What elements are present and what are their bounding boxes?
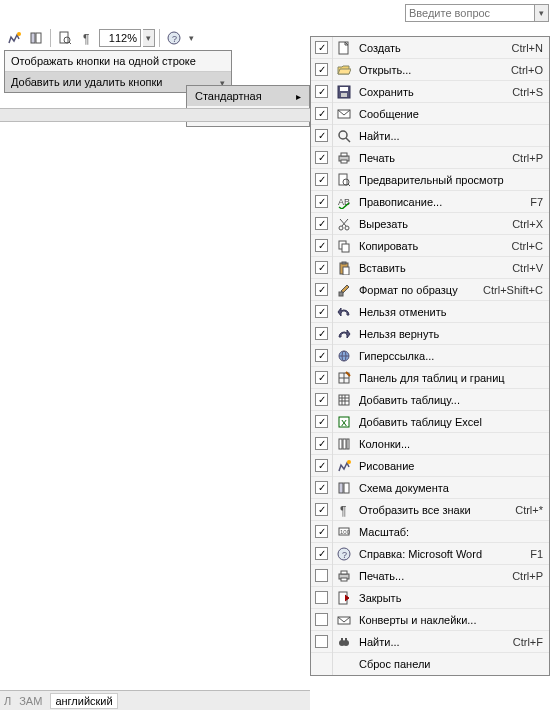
checkbox-cell[interactable] (311, 147, 333, 169)
menu-item-excel[interactable]: Добавить таблицу Excel (311, 411, 549, 433)
checkbox[interactable] (315, 635, 328, 648)
menu-item-spell[interactable]: Правописание...F7 (311, 191, 549, 213)
help-button[interactable] (164, 28, 184, 48)
checkbox-cell[interactable] (311, 301, 333, 323)
menu-item-print[interactable]: Печать...Ctrl+P (311, 565, 549, 587)
checkbox[interactable] (315, 173, 328, 186)
checkbox[interactable] (315, 415, 328, 428)
menu-item-envelope[interactable]: Конверты и наклейки... (311, 609, 549, 631)
checkbox[interactable] (315, 85, 328, 98)
menu-item-cut[interactable]: ВырезатьCtrl+X (311, 213, 549, 235)
checkbox[interactable] (315, 107, 328, 120)
menu-item-open[interactable]: Открыть...Ctrl+O (311, 59, 549, 81)
menu-item-docmap[interactable]: Схема документа (311, 477, 549, 499)
submenu-standard[interactable]: Стандартная (187, 86, 309, 106)
menu-item-zoom[interactable]: Масштаб: (311, 521, 549, 543)
menu-item-find[interactable]: Найти... (311, 125, 549, 147)
toolbar-button[interactable] (55, 28, 75, 48)
menu-item-tbborder[interactable]: Панель для таблиц и границ (311, 367, 549, 389)
checkbox-cell[interactable] (311, 213, 333, 235)
menu-item-binoc[interactable]: Найти...Ctrl+F (311, 631, 549, 653)
checkbox[interactable] (315, 305, 328, 318)
checkbox-cell[interactable] (311, 455, 333, 477)
menu-item-brush[interactable]: Формат по образцуCtrl+Shift+C (311, 279, 549, 301)
help-question-dropdown[interactable] (535, 4, 549, 22)
checkbox[interactable] (315, 217, 328, 230)
checkbox-cell[interactable] (311, 543, 333, 565)
checkbox[interactable] (315, 371, 328, 384)
checkbox[interactable] (315, 547, 328, 560)
checkbox-cell[interactable] (311, 345, 333, 367)
checkbox-cell[interactable] (311, 257, 333, 279)
checkbox[interactable] (315, 349, 328, 362)
menu-item-pilcrow[interactable]: Отобразить все знакиCtrl+* (311, 499, 549, 521)
zoom-input[interactable] (99, 29, 141, 47)
menu-item-label: Закрыть (355, 592, 543, 604)
checkbox[interactable] (315, 327, 328, 340)
checkbox[interactable] (315, 195, 328, 208)
checkbox[interactable] (315, 591, 328, 604)
checkbox-cell[interactable] (311, 235, 333, 257)
checkbox[interactable] (315, 525, 328, 538)
checkbox-cell[interactable] (311, 411, 333, 433)
checkbox[interactable] (315, 151, 328, 164)
menu-item-redo[interactable]: Нельзя вернуть (311, 323, 549, 345)
menu-item-print[interactable]: ПечатьCtrl+P (311, 147, 549, 169)
menu-item-undo[interactable]: Нельзя отменить (311, 301, 549, 323)
checkbox[interactable] (315, 481, 328, 494)
help-question-input[interactable] (405, 4, 535, 22)
menu-item-reset[interactable]: Сброс панели (311, 653, 549, 675)
menu-item-new[interactable]: СоздатьCtrl+N (311, 37, 549, 59)
checkbox-cell[interactable] (311, 191, 333, 213)
checkbox-cell[interactable] (311, 37, 333, 59)
checkbox-cell[interactable] (311, 367, 333, 389)
menu-item-mail[interactable]: Сообщение (311, 103, 549, 125)
status-language[interactable]: английский (50, 693, 117, 709)
checkbox[interactable] (315, 261, 328, 274)
menu-item-table[interactable]: Добавить таблицу... (311, 389, 549, 411)
checkbox-cell[interactable] (311, 169, 333, 191)
menu-item-help[interactable]: Справка: Microsoft WordF1 (311, 543, 549, 565)
checkbox-cell[interactable] (311, 565, 333, 587)
menu-item-draw[interactable]: Рисование (311, 455, 549, 477)
checkbox-cell[interactable] (311, 499, 333, 521)
menu-item-columns[interactable]: Колонки... (311, 433, 549, 455)
menu-item-paste[interactable]: ВставитьCtrl+V (311, 257, 549, 279)
checkbox-cell[interactable] (311, 59, 333, 81)
checkbox[interactable] (315, 459, 328, 472)
show-buttons-one-row[interactable]: Отображать кнопки на одной строке (5, 51, 231, 72)
checkbox-cell[interactable] (311, 103, 333, 125)
checkbox-cell[interactable] (311, 631, 333, 653)
checkbox[interactable] (315, 129, 328, 142)
checkbox[interactable] (315, 41, 328, 54)
checkbox-cell[interactable] (311, 609, 333, 631)
checkbox-cell[interactable] (311, 279, 333, 301)
checkbox-cell[interactable] (311, 323, 333, 345)
checkbox[interactable] (315, 437, 328, 450)
checkbox-cell[interactable] (311, 389, 333, 411)
checkbox-cell[interactable] (311, 125, 333, 147)
menu-item-link[interactable]: Гиперссылка... (311, 345, 549, 367)
checkbox-cell[interactable] (311, 653, 333, 675)
toolbar-button[interactable] (26, 28, 46, 48)
menu-item-save[interactable]: СохранитьCtrl+S (311, 81, 549, 103)
checkbox-cell[interactable] (311, 477, 333, 499)
toolbar-button[interactable] (4, 28, 24, 48)
checkbox-cell[interactable] (311, 587, 333, 609)
checkbox[interactable] (315, 283, 328, 296)
checkbox-cell[interactable] (311, 433, 333, 455)
menu-item-close[interactable]: Закрыть (311, 587, 549, 609)
checkbox[interactable] (315, 393, 328, 406)
checkbox[interactable] (315, 613, 328, 626)
zoom-dropdown[interactable] (143, 29, 155, 47)
menu-item-copy[interactable]: КопироватьCtrl+C (311, 235, 549, 257)
checkbox[interactable] (315, 63, 328, 76)
checkbox[interactable] (315, 569, 328, 582)
checkbox[interactable] (315, 239, 328, 252)
checkbox-cell[interactable] (311, 521, 333, 543)
menu-item-preview[interactable]: Предварительный просмотр (311, 169, 549, 191)
checkbox-cell[interactable] (311, 81, 333, 103)
toolbar-overflow-button[interactable] (186, 28, 196, 48)
checkbox[interactable] (315, 503, 328, 516)
pilcrow-button[interactable] (77, 28, 97, 48)
